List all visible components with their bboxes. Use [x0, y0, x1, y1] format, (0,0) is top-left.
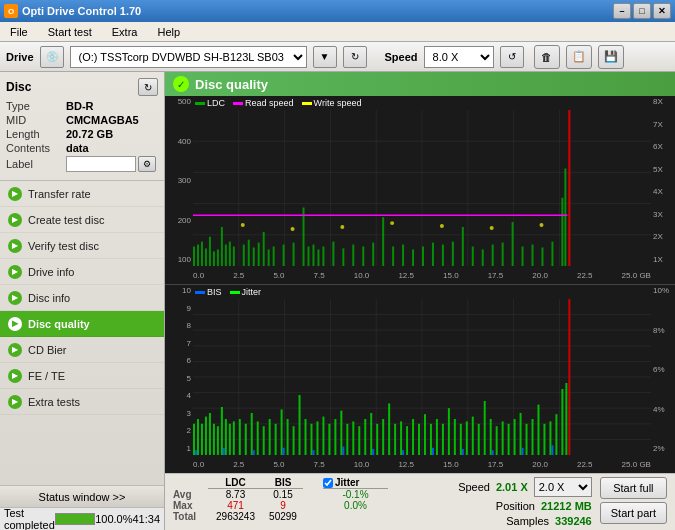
position-label: Position	[496, 500, 535, 512]
svg-point-68	[440, 224, 444, 228]
titlebar-title: Opti Drive Control 1.70	[22, 5, 141, 17]
status-window-button[interactable]: Status window >>	[0, 486, 164, 508]
bottom-chart-x-axis: 0.0 2.5 5.0 7.5 10.0 12.5 15.0 17.5 20.0…	[193, 455, 651, 473]
legend-write-speed: Write speed	[302, 98, 362, 108]
start-full-button[interactable]: Start full	[600, 477, 667, 499]
svg-rect-91	[201, 424, 203, 455]
drive-select[interactable]: (O:) TSSTcorp DVDWBD SH-B123L SB03	[70, 46, 307, 68]
drive-icon-btn[interactable]: 💿	[40, 46, 64, 68]
bottom-chart-y-axis-right: 10% 8% 6% 4% 2%	[651, 285, 675, 455]
disc-mid-value: CMCMAGBA5	[66, 114, 139, 126]
sidebar-item-disc-info[interactable]: ▶ Disc info	[0, 285, 164, 311]
speed-select[interactable]: 8.0 X	[424, 46, 494, 68]
top-chart-svg	[193, 110, 651, 266]
stats-table: LDC BIS Jitter	[173, 477, 388, 522]
speed-refresh-btn[interactable]: ↺	[500, 46, 524, 68]
maximize-button[interactable]: □	[633, 3, 651, 19]
extra-tests-icon: ▶	[8, 395, 22, 409]
svg-rect-19	[217, 249, 219, 266]
bottom-chart-svg	[193, 299, 651, 455]
jitter-checkbox[interactable]	[323, 478, 333, 488]
menu-start-test[interactable]: Start test	[42, 24, 98, 40]
svg-rect-16	[205, 248, 207, 266]
svg-rect-123	[376, 424, 378, 455]
top-chart-x-axis: 0.0 2.5 5.0 7.5 10.0 12.5 15.0 17.5 20.0…	[193, 266, 651, 284]
sidebar-item-drive-info[interactable]: ▶ Drive info	[0, 259, 164, 285]
sidebar-item-drive-info-label: Drive info	[28, 266, 74, 278]
bottom-chart-legend: BIS Jitter	[195, 287, 261, 297]
svg-rect-164	[432, 448, 434, 455]
svg-rect-61	[561, 198, 563, 266]
disc-label-input[interactable]	[66, 156, 136, 172]
jitter-label: Jitter	[242, 287, 262, 297]
svg-rect-30	[273, 247, 275, 267]
transfer-rate-icon: ▶	[8, 187, 22, 201]
disc-contents-label: Contents	[6, 142, 66, 154]
sidebar-item-cd-bier[interactable]: ▶ CD Bier	[0, 337, 164, 363]
minimize-button[interactable]: –	[613, 3, 631, 19]
svg-rect-103	[257, 421, 259, 455]
disc-length-row: Length 20.72 GB	[6, 128, 158, 140]
menu-help[interactable]: Help	[151, 24, 186, 40]
svg-rect-118	[346, 424, 348, 455]
svg-rect-94	[213, 424, 215, 455]
svg-point-66	[340, 225, 344, 229]
svg-rect-116	[334, 419, 336, 455]
svg-rect-18	[213, 251, 215, 266]
sidebar-item-transfer-rate[interactable]: ▶ Transfer rate	[0, 181, 164, 207]
legend-read-speed: Read speed	[233, 98, 294, 108]
svg-rect-49	[442, 245, 444, 266]
legend-bis: BIS	[195, 287, 222, 297]
samples-val: 339246	[555, 515, 592, 527]
svg-rect-132	[430, 424, 432, 455]
speed-stat-label: Speed	[458, 481, 490, 493]
svg-rect-96	[221, 407, 223, 455]
cd-bier-icon: ▶	[8, 343, 22, 357]
menu-extra[interactable]: Extra	[106, 24, 144, 40]
save-btn[interactable]: 💾	[598, 45, 624, 69]
menu-file[interactable]: File	[4, 24, 34, 40]
svg-rect-57	[522, 247, 524, 267]
svg-rect-40	[352, 245, 354, 266]
svg-rect-127	[400, 421, 402, 455]
sidebar-item-create-test-disc[interactable]: ▶ Create test disc	[0, 207, 164, 233]
svg-rect-150	[537, 405, 539, 455]
speed-stat-select[interactable]: 2.0 X	[534, 477, 592, 497]
create-test-disc-icon: ▶	[8, 213, 22, 227]
erase-btn[interactable]: 🗑	[534, 45, 560, 69]
disc-label-btn[interactable]: ⚙	[138, 156, 156, 172]
sidebar-item-extra-tests[interactable]: ▶ Extra tests	[0, 389, 164, 415]
sidebar-item-transfer-rate-label: Transfer rate	[28, 188, 91, 200]
svg-rect-125	[388, 403, 390, 455]
drive-refresh-btn[interactable]: ↻	[343, 46, 367, 68]
close-button[interactable]: ✕	[653, 3, 671, 19]
disc-info-icon: ▶	[8, 291, 22, 305]
svg-rect-25	[248, 240, 250, 266]
svg-rect-134	[442, 424, 444, 455]
sidebar-item-verify-test-disc[interactable]: ▶ Verify test disc	[0, 233, 164, 259]
svg-rect-13	[193, 247, 195, 267]
svg-rect-157	[223, 448, 225, 455]
sidebar-item-disc-quality[interactable]: ▶ Disc quality	[0, 311, 164, 337]
max-row: Max 471 9 0.0%	[173, 500, 388, 511]
max-label: Max	[173, 500, 208, 511]
sidebar-item-verify-test-disc-label: Verify test disc	[28, 240, 99, 252]
speed-row: Speed 2.01 X 2.0 X	[458, 477, 592, 497]
start-part-button[interactable]: Start part	[600, 502, 667, 524]
bottom-chart: BIS Jitter 10 9 8 7 6 5 4 3 2	[165, 285, 675, 473]
svg-rect-99	[233, 421, 235, 455]
svg-rect-114	[322, 417, 324, 455]
svg-rect-45	[402, 245, 404, 266]
svg-rect-51	[462, 227, 464, 266]
avg-label: Avg	[173, 489, 208, 501]
copy-btn[interactable]: 📋	[566, 45, 592, 69]
svg-rect-47	[422, 247, 424, 267]
disc-title: Disc	[6, 80, 31, 94]
right-stats-panel: Speed 2.01 X 2.0 X Position 21212 MB Sam…	[458, 477, 596, 527]
drive-dropdown-btn[interactable]: ▼	[313, 46, 337, 68]
sidebar-item-fe-te-label: FE / TE	[28, 370, 65, 382]
svg-rect-43	[382, 217, 384, 266]
svg-rect-139	[472, 417, 474, 455]
sidebar-item-fe-te[interactable]: ▶ FE / TE	[0, 363, 164, 389]
disc-refresh-btn[interactable]: ↻	[138, 78, 158, 96]
